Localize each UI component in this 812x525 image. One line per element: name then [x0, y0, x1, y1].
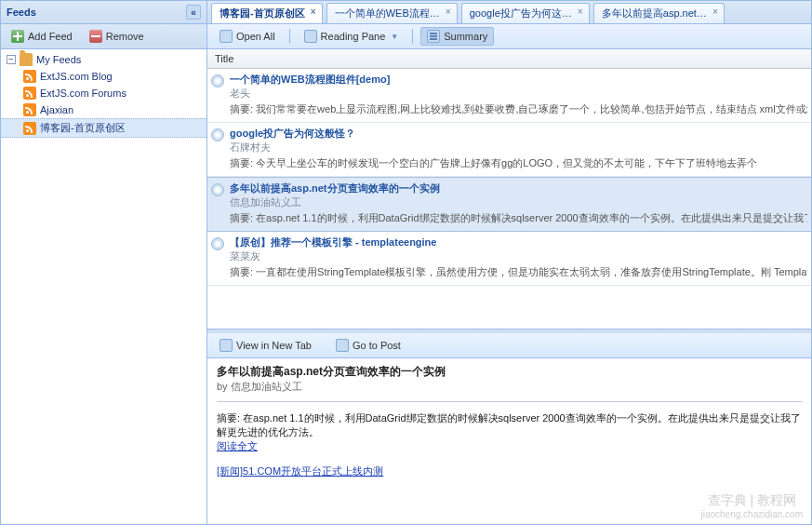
- feed-item[interactable]: ExtJS.com Forums: [1, 85, 206, 101]
- remove-feed-label: Remove: [106, 31, 144, 42]
- folder-open-icon: [20, 53, 33, 66]
- new-tab-icon: [220, 339, 233, 352]
- grid-header[interactable]: Title: [207, 49, 811, 69]
- row-author: 石牌村夫: [230, 141, 807, 155]
- grid-body[interactable]: 一个简单的WEB流程图组件[demo] 老头 摘要: 我们常常要在web上显示流…: [207, 69, 811, 330]
- tab-label: google投广告为何这…: [470, 7, 572, 19]
- view-new-tab-label: View in New Tab: [236, 340, 312, 351]
- feeds-toolbar: Add Feed Remove: [1, 24, 206, 49]
- preview-author-name: 信息加油站义工: [231, 381, 302, 392]
- open-all-button[interactable]: Open All: [213, 27, 282, 46]
- rss-icon: [23, 103, 36, 116]
- feed-label: ExtJS.com Forums: [40, 88, 126, 99]
- feeds-panel-header: Feeds «: [1, 1, 206, 24]
- tab-close-icon[interactable]: ×: [443, 7, 454, 18]
- feed-item[interactable]: ExtJS.com Blog: [1, 68, 206, 85]
- row-title: 一个简单的WEB流程图组件[demo]: [230, 73, 807, 87]
- feed-label: 博客园-首页原创区: [40, 121, 126, 135]
- collapse-icon[interactable]: −: [7, 55, 16, 64]
- open-all-icon: [220, 30, 233, 43]
- minus-icon: [89, 30, 102, 43]
- open-all-label: Open All: [236, 31, 275, 42]
- row-content: google投广告为何这般怪？ 石牌村夫 摘要: 今天早上坐公车的时候发现一个空…: [230, 127, 807, 170]
- unread-icon: [211, 183, 224, 196]
- go-to-post-label: Go to Post: [353, 340, 401, 351]
- feed-label: Ajaxian: [40, 104, 73, 115]
- remove-feed-button[interactable]: Remove: [83, 27, 151, 46]
- row-content: 【原创】推荐一个模板引擎 - templateengine 菜菜灰 摘要: 一直…: [230, 236, 807, 279]
- collapse-west-button[interactable]: «: [186, 5, 201, 20]
- plus-icon: [11, 30, 24, 43]
- unread-icon: [211, 128, 224, 141]
- grid-row[interactable]: 【原创】推荐一个模板引擎 - templateengine 菜菜灰 摘要: 一直…: [207, 232, 811, 286]
- row-summary: 摘要: 在asp.net 1.1的时候，利用DataGrid绑定数据的时候解决s…: [230, 211, 807, 225]
- tab-label: 博客园-首页原创区: [220, 7, 305, 19]
- row-title: google投广告为何这般怪？: [230, 127, 807, 141]
- rss-icon: [23, 122, 36, 135]
- row-summary: 摘要: 今天早上坐公车的时候发现一个空白的广告牌上好像有gg的LOGO，但又觉的…: [230, 156, 807, 170]
- row-content: 多年以前提高asp.net分页查询效率的一个实例 信息加油站义工 摘要: 在as…: [230, 182, 807, 225]
- grid-row[interactable]: google投广告为何这般怪？ 石牌村夫 摘要: 今天早上坐公车的时候发现一个空…: [207, 123, 811, 177]
- tab-label: 多年以前提高asp.net…: [602, 7, 707, 19]
- preview-panel: View in New Tab Go to Post 多年以前提高asp.net…: [207, 330, 811, 524]
- row-title: 多年以前提高asp.net分页查询效率的一个实例: [230, 182, 807, 195]
- tab[interactable]: 一个简单的WEB流程… ×: [326, 3, 458, 23]
- feed-label: ExtJS.com Blog: [40, 71, 113, 82]
- summary-label: Summary: [444, 31, 487, 42]
- feed-item[interactable]: Ajaxian: [1, 101, 206, 118]
- unread-icon: [211, 74, 224, 88]
- news-link[interactable]: [新闻]51.COM开放平台正式上线内测: [217, 465, 383, 477]
- row-content: 一个简单的WEB流程图组件[demo] 老头 摘要: 我们常常要在web上显示流…: [230, 73, 807, 116]
- grid-header-title: Title: [215, 53, 233, 64]
- tree-root-label: My Feeds: [36, 54, 81, 65]
- tab[interactable]: 多年以前提高asp.net… ×: [593, 3, 725, 23]
- preview-body[interactable]: 多年以前提高asp.net分页查询效率的一个实例 by 信息加油站义工 摘要: …: [207, 358, 811, 484]
- add-feed-label: Add Feed: [28, 31, 73, 42]
- tab-close-icon[interactable]: ×: [710, 7, 721, 18]
- tab[interactable]: google投广告为何这… ×: [461, 3, 590, 23]
- tab-strip: 博客园-首页原创区 × 一个简单的WEB流程… × google投广告为何这… …: [207, 1, 811, 24]
- row-author: 菜菜灰: [230, 249, 807, 263]
- read-full-link[interactable]: 阅读全文: [217, 440, 258, 451]
- reading-pane-button[interactable]: Reading Pane ▼: [298, 27, 406, 46]
- feeds-panel: Feeds « Add Feed Remove − My Feeds ExtJS…: [1, 1, 207, 524]
- view-new-tab-button[interactable]: View in New Tab: [213, 336, 318, 355]
- rss-icon: [23, 87, 36, 100]
- tab-label: 一个简单的WEB流程…: [335, 7, 440, 19]
- row-summary: 摘要: 我们常常要在web上显示流程图,网上比较难找,到处要收费,自己琢磨了一个…: [230, 102, 807, 116]
- chevron-down-icon: ▼: [391, 33, 398, 41]
- feed-item-selected[interactable]: 博客园-首页原创区: [1, 118, 206, 138]
- add-feed-button[interactable]: Add Feed: [5, 27, 79, 46]
- row-author: 信息加油站义工: [230, 195, 807, 209]
- rss-icon: [23, 70, 36, 83]
- grid-toolbar: Open All Reading Pane ▼ Summary: [207, 24, 811, 49]
- tree-root-node[interactable]: − My Feeds: [1, 51, 206, 68]
- grid-row-selected[interactable]: 多年以前提高asp.net分页查询效率的一个实例 信息加油站义工 摘要: 在as…: [207, 177, 811, 232]
- summary-button[interactable]: Summary: [420, 27, 494, 46]
- summary-icon: [427, 30, 440, 43]
- go-to-post-button[interactable]: Go to Post: [329, 336, 407, 355]
- preview-title: 多年以前提高asp.net分页查询效率的一个实例: [217, 364, 802, 380]
- grid-row[interactable]: 一个简单的WEB流程图组件[demo] 老头 摘要: 我们常常要在web上显示流…: [207, 69, 811, 123]
- main-area: 博客园-首页原创区 × 一个简单的WEB流程… × google投广告为何这… …: [207, 1, 811, 524]
- row-summary: 摘要: 一直都在使用StringTemplate模板引擎，虽然使用方便，但是功能…: [230, 265, 807, 279]
- row-title: 【原创】推荐一个模板引擎 - templateengine: [230, 236, 807, 249]
- tab-close-icon[interactable]: ×: [575, 7, 586, 18]
- reading-pane-icon: [304, 30, 317, 43]
- tab-close-icon[interactable]: ×: [308, 7, 319, 18]
- separator: [412, 29, 413, 44]
- separator: [289, 29, 290, 44]
- row-author: 老头: [230, 87, 807, 101]
- preview-paragraph: 摘要: 在asp.net 1.1的时候，利用DataGrid绑定数据的时候解决s…: [217, 411, 802, 439]
- feed-tree: − My Feeds ExtJS.com Blog ExtJS.com Foru…: [1, 49, 206, 524]
- go-icon: [336, 339, 349, 352]
- by-prefix: by: [217, 381, 231, 392]
- preview-author: by 信息加油站义工: [217, 380, 802, 402]
- feeds-panel-title: Feeds: [7, 7, 36, 18]
- tab-active[interactable]: 博客园-首页原创区 ×: [211, 3, 323, 23]
- preview-toolbar: View in New Tab Go to Post: [207, 333, 811, 358]
- unread-icon: [211, 237, 224, 250]
- reading-pane-label: Reading Pane: [321, 31, 386, 42]
